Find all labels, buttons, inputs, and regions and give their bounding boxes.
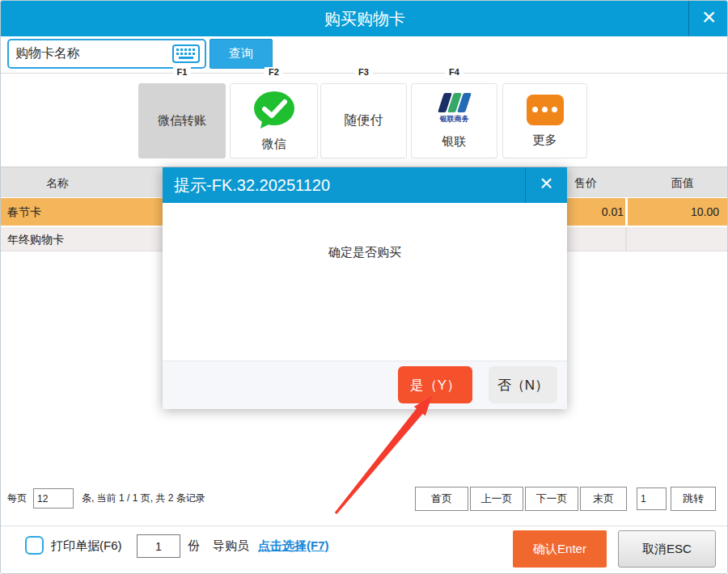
unionpay-icon: 银联商务 [428,93,481,127]
no-button[interactable]: 否（N） [489,366,557,403]
payment-button-wechat-transfer[interactable]: 微信转账 [138,83,226,158]
guide-label: 导购员 [213,536,249,555]
print-receipt-checkbox[interactable] [25,536,44,555]
dialog-body: 确定是否购买 [163,203,567,361]
query-button[interactable]: 查询 [210,39,273,69]
guide-select-link[interactable]: 点击选择(F7) [258,536,329,555]
payment-label: 微信转账 [158,113,206,129]
card-name-search-field [7,39,206,69]
column-separator [625,227,627,251]
page-number-input[interactable] [637,487,667,510]
confirm-dialog: 提示-FK.32.20251120 × 确定是否购买 是（Y） 否（N） [163,167,567,409]
payment-label: 随便付 [345,112,383,129]
window-close-button[interactable]: × [688,1,728,36]
fkey-label-f3: F3 [320,67,407,78]
close-icon: × [702,3,717,30]
first-page-button[interactable]: 首页 [415,487,468,511]
fkey-label-f2: F2 [230,67,318,78]
prev-page-button[interactable]: 上一页 [470,487,523,511]
window-header: 购买购物卡 × [1,1,728,36]
fkey-label-f4: F4 [411,67,497,78]
payment-button-suibianfu[interactable]: 随便付 [320,83,407,158]
confirm-button[interactable]: 确认Enter [513,530,607,568]
wechat-pay-icon [252,91,296,129]
pagination-summary: 条, 当前 1 / 1 页, 共 2 条记录 [82,487,205,509]
footer-divider [1,525,728,526]
column-name: 名称 [1,167,114,198]
unionpay-logo-text: 银联商务 [440,114,469,125]
payment-button-more[interactable]: 更多 [502,83,587,158]
dialog-titlebar: 提示-FK.32.20251120 × [163,167,567,203]
column-separator [625,198,628,226]
per-page-label: 每页 [7,487,27,509]
column-price: 售价 [574,167,597,198]
column-face-value: 面值 [671,167,694,198]
dialog-footer: 是（Y） 否（N） [163,361,567,409]
cell-name: 春节卡 [7,198,41,226]
last-page-button[interactable]: 末页 [580,487,627,511]
payment-label: 更多 [533,133,557,148]
cell-price: 0.01 [602,198,624,226]
yes-button[interactable]: 是（Y） [398,366,472,403]
payment-label: 微信 [262,137,286,152]
window-title: 购买购物卡 [1,1,728,36]
cancel-button[interactable]: 取消ESC [618,530,716,568]
more-dots-icon [527,95,564,125]
jump-page-button[interactable]: 跳转 [671,487,716,511]
dialog-message: 确定是否购买 [163,245,567,260]
payment-label: 银联 [442,134,467,150]
dialog-close-button[interactable]: × [525,167,567,203]
payment-button-wechat[interactable]: 微信 [230,83,318,158]
cell-name: 年终购物卡 [7,227,64,252]
next-page-button[interactable]: 下一页 [525,487,578,511]
copies-input[interactable] [137,534,180,558]
search-input[interactable] [15,40,169,67]
payment-button-unionpay[interactable]: 银联商务 银联 [411,83,497,158]
fkey-label-f1: F1 [138,67,226,78]
close-icon: × [540,171,552,196]
keyboard-icon[interactable] [172,44,200,63]
per-page-input[interactable] [33,488,74,509]
cell-face-value: 10.00 [691,198,719,226]
copies-unit-label: 份 [188,536,200,555]
buy-gift-card-window: 购买购物卡 × 查询 F1 F2 F3 F [0,0,728,574]
dialog-title: 提示-FK.32.20251120 [174,167,330,203]
print-receipt-label: 打印单据(F6) [51,536,122,555]
